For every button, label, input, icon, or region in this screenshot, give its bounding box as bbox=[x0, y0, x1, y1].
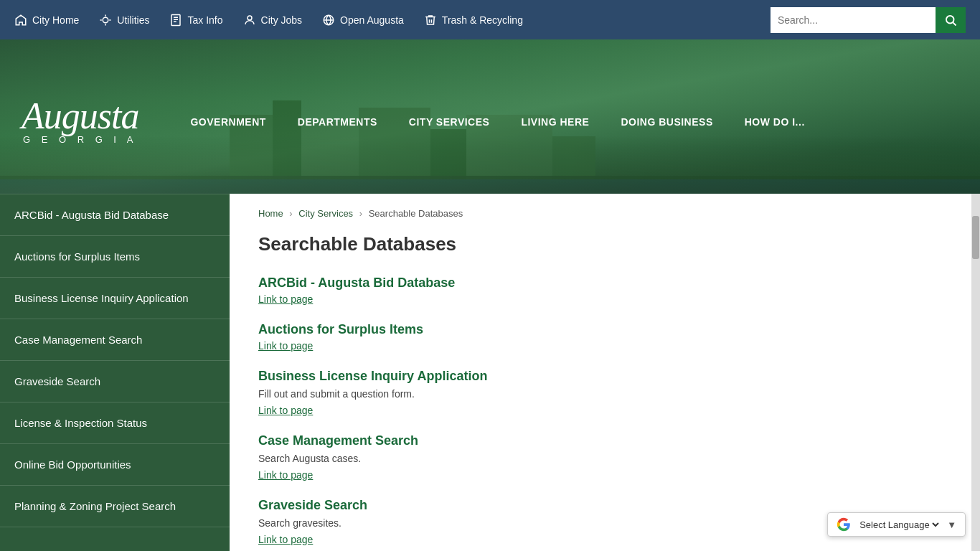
sidebar-item-planning-zoning[interactable]: Planning & Zoning Project Search bbox=[0, 486, 230, 527]
sidebar-item-license-inspection[interactable]: License & Inspection Status bbox=[0, 402, 230, 444]
scrollbar-track[interactable] bbox=[971, 194, 980, 551]
logo-georgia: G E O R G I A bbox=[22, 135, 138, 144]
sidebar-item-case-management[interactable]: Case Management Search bbox=[0, 319, 230, 361]
translate-widget: Select Language ▼ bbox=[827, 512, 966, 537]
translate-chevron-icon: ▼ bbox=[947, 519, 956, 530]
sidebar-item-online-bid[interactable]: Online Bid Opportunities bbox=[0, 444, 230, 486]
db-entry-case-management: Case Management Search Search Augusta ca… bbox=[258, 433, 943, 481]
nav-departments[interactable]: DEPARTMENTS bbox=[282, 110, 393, 133]
search-bar bbox=[771, 7, 966, 33]
content-wrapper: ARCBid - Augusta Bid Database Auctions f… bbox=[0, 194, 980, 551]
db-entry-arcbid: ARCBid - Augusta Bid Database Link to pa… bbox=[258, 276, 943, 305]
nav-open-augusta[interactable]: Open Augusta bbox=[322, 14, 404, 27]
logo-cursive: Augusta bbox=[22, 100, 138, 133]
db-title-business-license[interactable]: Business License Inquiry Application bbox=[258, 369, 943, 384]
svg-point-7 bbox=[946, 16, 954, 24]
nav-doing-business[interactable]: DOING BUSINESS bbox=[605, 110, 728, 133]
db-title-arcbid[interactable]: ARCBid - Augusta Bid Database bbox=[258, 276, 943, 291]
scrollbar-thumb[interactable] bbox=[972, 216, 979, 259]
db-link-case-management[interactable]: Link to page bbox=[258, 469, 943, 481]
breadcrumb: Home › City Services › Searchable Databa… bbox=[258, 208, 943, 219]
nav-city-jobs[interactable]: City Jobs bbox=[243, 14, 303, 27]
db-title-graveside[interactable]: Graveside Search bbox=[258, 498, 943, 513]
nav-city-services[interactable]: CITY SERVICES bbox=[393, 110, 506, 133]
search-input[interactable] bbox=[771, 7, 936, 33]
db-desc-business-license: Fill out and submit a question form. bbox=[258, 387, 943, 402]
language-select[interactable]: Select Language bbox=[857, 519, 941, 531]
db-entry-auctions: Auctions for Surplus Items Link to page bbox=[258, 322, 943, 352]
svg-line-8 bbox=[953, 22, 956, 25]
main-content: Home › City Services › Searchable Databa… bbox=[230, 194, 971, 551]
sidebar-item-graveside[interactable]: Graveside Search bbox=[0, 361, 230, 402]
breadcrumb-current: Searchable Databases bbox=[369, 208, 463, 219]
site-header: Augusta G E O R G I A GOVERNMENT DEPARTM… bbox=[0, 39, 980, 194]
sidebar-item-business-license[interactable]: Business License Inquiry Application bbox=[0, 278, 230, 319]
top-navigation: City Home Utilities Tax Info City Jobs O… bbox=[0, 0, 980, 39]
svg-point-0 bbox=[103, 17, 109, 23]
sidebar: ARCBid - Augusta Bid Database Auctions f… bbox=[0, 194, 230, 551]
db-entry-business-license: Business License Inquiry Application Fil… bbox=[258, 369, 943, 416]
sidebar-item-auctions[interactable]: Auctions for Surplus Items bbox=[0, 236, 230, 278]
nav-city-home[interactable]: City Home bbox=[14, 14, 79, 27]
google-g-icon bbox=[837, 517, 851, 532]
db-link-auctions[interactable]: Link to page bbox=[258, 340, 943, 352]
nav-how-do-i[interactable]: HOW DO I... bbox=[729, 110, 821, 133]
db-link-arcbid[interactable]: Link to page bbox=[258, 293, 943, 305]
breadcrumb-separator-2: › bbox=[359, 208, 365, 219]
breadcrumb-city-services[interactable]: City Services bbox=[298, 208, 353, 219]
breadcrumb-separator-1: › bbox=[289, 208, 295, 219]
db-title-auctions[interactable]: Auctions for Surplus Items bbox=[258, 322, 943, 337]
sidebar-item-arcbid[interactable]: ARCBid - Augusta Bid Database bbox=[0, 194, 230, 236]
nav-utilities[interactable]: Utilities bbox=[99, 14, 149, 27]
search-button[interactable] bbox=[936, 7, 966, 33]
top-nav-links: City Home Utilities Tax Info City Jobs O… bbox=[14, 14, 523, 27]
nav-living-here[interactable]: LIVING HERE bbox=[505, 110, 605, 133]
nav-trash-recycling[interactable]: Trash & Recycling bbox=[424, 14, 523, 27]
search-icon bbox=[944, 14, 957, 27]
db-title-case-management[interactable]: Case Management Search bbox=[258, 433, 943, 448]
breadcrumb-home[interactable]: Home bbox=[258, 208, 283, 219]
main-navigation: GOVERNMENT DEPARTMENTS CITY SERVICES LIV… bbox=[174, 110, 820, 133]
nav-government[interactable]: GOVERNMENT bbox=[174, 110, 281, 133]
svg-point-5 bbox=[248, 16, 252, 20]
nav-tax-info[interactable]: Tax Info bbox=[169, 14, 222, 27]
page-title: Searchable Databases bbox=[258, 233, 943, 255]
site-logo[interactable]: Augusta G E O R G I A bbox=[22, 100, 138, 144]
db-link-business-license[interactable]: Link to page bbox=[258, 405, 943, 416]
db-desc-case-management: Search Augusta cases. bbox=[258, 451, 943, 466]
